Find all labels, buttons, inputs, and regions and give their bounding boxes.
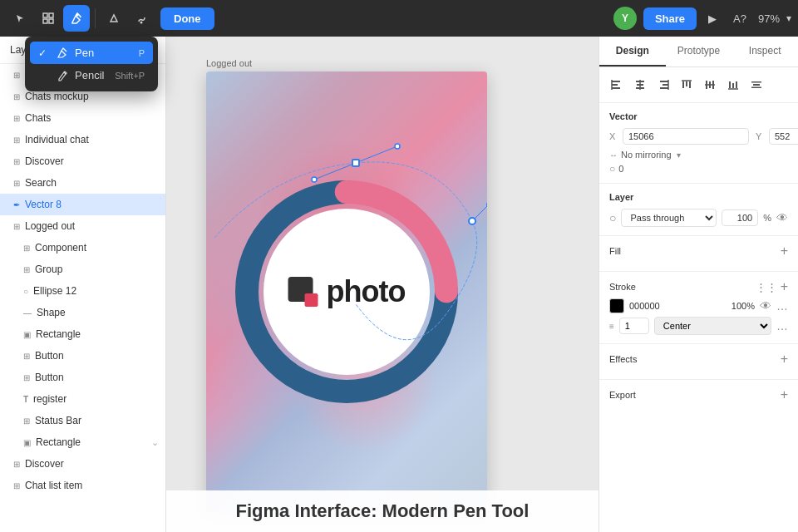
svg-line-10 xyxy=(472,204,487,221)
svg-rect-43 xyxy=(751,87,761,89)
layer-label-status-bar: Status Bar xyxy=(35,415,81,426)
visibility-toggle-button[interactable]: 👁 xyxy=(776,211,788,224)
svg-rect-30 xyxy=(686,81,687,86)
stroke-grid-button[interactable]: ⋮⋮ xyxy=(756,280,777,293)
vector-section-title: Vector xyxy=(609,111,788,121)
x-coord-field: X xyxy=(609,128,749,145)
pencil-option[interactable]: Pencil Shift+P xyxy=(30,64,153,86)
layer-icon-shape: — xyxy=(23,308,32,318)
align-center-h-button[interactable] xyxy=(629,74,651,96)
user-avatar-button[interactable]: Y xyxy=(613,7,637,30)
main-area: Layers ⊞ ⊞ Register ⊞ Chats mockup ⊞ Cha… xyxy=(0,37,798,532)
pen-tool-button[interactable] xyxy=(63,5,90,32)
add-export-button[interactable]: + xyxy=(781,388,788,401)
layer-item-search[interactable]: ⊞ Search xyxy=(0,172,165,194)
layer-label-shape: Shape xyxy=(37,307,66,318)
layer-item-status-bar[interactable]: ⊞ Status Bar xyxy=(0,410,165,431)
layer-item-logged-out[interactable]: ⊞ Logged out xyxy=(0,215,165,237)
stroke-color-label: 000000 xyxy=(629,301,727,311)
layer-item-shape[interactable]: — Shape xyxy=(0,302,165,323)
layer-label-ellipse12: Ellipse 12 xyxy=(33,285,76,297)
layer-item-vector8[interactable]: ✒ Vector 8 xyxy=(0,194,165,215)
layer-label-discover2: Discover xyxy=(25,458,64,470)
layer-icon-grid7: ⊞ xyxy=(13,222,20,231)
shape-tool-button[interactable] xyxy=(101,5,127,32)
layer-blend-title: Layer xyxy=(609,192,788,202)
pen-icon xyxy=(57,47,68,59)
layer-icon-button1: ⊞ xyxy=(23,352,30,361)
add-stroke-button[interactable]: + xyxy=(781,280,788,293)
photo-icon xyxy=(288,277,318,307)
stroke-color-swatch[interactable] xyxy=(609,298,624,313)
align-top-button[interactable] xyxy=(676,74,697,96)
blend-mode-select[interactable]: Pass through Normal Multiply xyxy=(621,209,717,227)
rotation-icon: ○ xyxy=(609,163,615,175)
y-input[interactable] xyxy=(769,128,798,145)
zoom-level[interactable]: 97% xyxy=(758,12,780,25)
stroke-align-select[interactable]: Center Inside Outside xyxy=(654,317,771,335)
move-tool-button[interactable] xyxy=(7,5,33,32)
layer-item-ellipse12[interactable]: ○ Ellipse 12 xyxy=(0,280,165,302)
opacity-input[interactable] xyxy=(722,209,758,226)
mirroring-chevron: ▾ xyxy=(677,150,681,160)
layer-item-chat-list[interactable]: ⊞ Chat list item xyxy=(0,475,165,496)
tab-prototype[interactable]: Prototype xyxy=(666,37,732,66)
left-panel: Layers ⊞ ⊞ Register ⊞ Chats mockup ⊞ Cha… xyxy=(0,37,166,532)
layer-label-vector8: Vector 8 xyxy=(25,199,62,210)
stroke-visibility-button[interactable]: 👁 xyxy=(760,299,771,313)
play-button[interactable]: ▶ xyxy=(703,9,722,28)
effects-header-row: Effects + xyxy=(609,352,788,366)
layer-label-rectangle: Rectangle xyxy=(36,328,81,340)
layer-item-group[interactable]: ⊞ Group xyxy=(0,259,165,280)
tab-design[interactable]: Design xyxy=(599,37,666,66)
layer-icon-group: ⊞ xyxy=(23,265,30,274)
mirroring-row[interactable]: ↔ No mirroring ▾ xyxy=(609,150,788,160)
svg-rect-1 xyxy=(49,13,53,17)
layer-item-chats[interactable]: ⊞ Chats xyxy=(0,107,165,129)
stroke-detail-row: ≡ Center Inside Outside … xyxy=(609,317,788,335)
layer-item-discover2[interactable]: ⊞ Discover xyxy=(0,453,165,475)
frame-tool-button[interactable] xyxy=(35,5,62,32)
svg-rect-0 xyxy=(43,13,47,17)
layer-icon-statusbar: ⊞ xyxy=(23,416,30,426)
svg-rect-25 xyxy=(660,81,668,82)
align-left-button[interactable] xyxy=(606,74,628,96)
align-middle-button[interactable] xyxy=(699,74,721,96)
x-input[interactable] xyxy=(623,128,749,145)
brush-tool-button[interactable] xyxy=(129,5,155,32)
main-toolbar: Done Y Share ▶ A? 97% ▾ xyxy=(0,0,798,37)
align-bottom-button[interactable] xyxy=(722,74,744,96)
add-fill-button[interactable]: + xyxy=(781,244,788,258)
stroke-section-label: Stroke xyxy=(609,282,756,292)
layer-label-discover: Discover xyxy=(25,155,64,167)
layer-label-group: Group xyxy=(35,264,62,275)
layer-item-discover[interactable]: ⊞ Discover xyxy=(0,150,165,172)
svg-point-13 xyxy=(395,144,400,149)
mirroring-icon: ↔ xyxy=(609,150,618,160)
accessibility-button[interactable]: A? xyxy=(728,9,751,28)
align-right-button[interactable] xyxy=(653,74,674,96)
layer-item-component[interactable]: ⊞ Component xyxy=(0,237,165,259)
layer-icon-button2: ⊞ xyxy=(23,373,30,382)
export-label: Export xyxy=(609,390,781,400)
svg-rect-18 xyxy=(612,84,618,86)
layer-item-register-text[interactable]: T register xyxy=(0,388,165,410)
layer-item-button1[interactable]: ⊞ Button xyxy=(0,345,165,367)
layer-item-button2[interactable]: ⊞ Button xyxy=(0,367,165,388)
layer-blend-section: Layer ○ Pass through Normal Multiply % 👁 xyxy=(599,184,798,236)
stroke-detail-more-button[interactable]: … xyxy=(776,319,788,332)
layer-item-rectangle2[interactable]: ▣ Rectangle ⌄ xyxy=(0,431,165,453)
add-effect-button[interactable]: + xyxy=(781,352,788,366)
svg-rect-38 xyxy=(732,83,734,88)
distribute-v-button[interactable] xyxy=(746,74,767,96)
stroke-width-input[interactable] xyxy=(619,318,649,334)
done-button[interactable]: Done xyxy=(160,7,214,30)
layer-label-chats-mockup: Chats mockup xyxy=(25,91,89,102)
layer-item-rectangle[interactable]: ▣ Rectangle xyxy=(0,323,165,345)
layer-item-individual-chat[interactable]: ⊞ Individual chat xyxy=(0,129,165,150)
layer-label-button1: Button xyxy=(35,350,64,362)
share-button[interactable]: Share xyxy=(643,7,697,30)
stroke-more-button[interactable]: … xyxy=(776,299,788,313)
tab-inspect[interactable]: Inspect xyxy=(732,37,798,66)
pen-option[interactable]: ✓ Pen P xyxy=(30,42,153,64)
